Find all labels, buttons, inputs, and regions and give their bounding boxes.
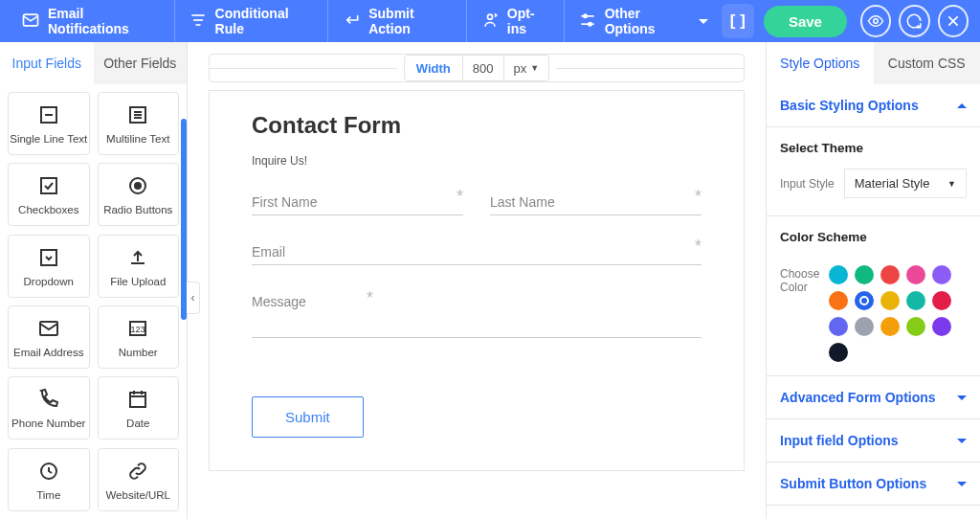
section-advanced-form[interactable]: Advanced Form Options [767, 376, 980, 419]
color-swatch[interactable] [880, 265, 900, 284]
field-card-link[interactable]: Website/URL [98, 448, 180, 511]
color-swatch[interactable] [829, 291, 848, 310]
section-title: Advanced Form Options [780, 390, 936, 405]
field-card-drop[interactable]: Dropdown [8, 235, 90, 298]
field-card-phone[interactable]: Phone Number [8, 376, 90, 440]
field-card-radio[interactable]: Radio Buttons [98, 163, 180, 226]
radio-icon [125, 173, 150, 198]
field-card-label: File Upload [110, 276, 166, 287]
field-card-time[interactable]: Time [8, 448, 90, 511]
topbar-conditional-rule[interactable]: Conditional Rule [175, 0, 329, 42]
tab-other-fields[interactable]: Other Fields [94, 42, 188, 84]
close-button[interactable] [938, 5, 969, 37]
sliders-icon [578, 11, 597, 33]
form-subtitle: Inquire Us! [252, 154, 702, 168]
field-card-label: Checkboxes [18, 204, 78, 215]
width-value[interactable]: 800 [463, 56, 504, 80]
color-swatch[interactable] [906, 317, 925, 336]
field-email[interactable]: Email * [252, 238, 702, 265]
color-swatch[interactable] [906, 291, 925, 310]
svg-point-6 [583, 14, 586, 17]
mail-icon [36, 316, 61, 341]
svg-text:123: 123 [131, 325, 145, 334]
color-swatch[interactable] [855, 265, 874, 284]
chevron-down-icon [957, 439, 967, 443]
chevron-down-icon [957, 395, 967, 400]
color-swatch[interactable] [829, 343, 848, 362]
field-card-check[interactable]: Checkboxes [8, 163, 90, 226]
color-swatch[interactable] [880, 317, 900, 336]
width-unit-label: px [514, 61, 527, 76]
last-name-input[interactable] [490, 189, 702, 215]
input-style-select[interactable]: Material Style ▼ [844, 169, 967, 198]
field-card-sline[interactable]: Single Line Text [8, 92, 90, 155]
topbar-submit-action[interactable]: Submit Action [328, 0, 467, 42]
width-unit-select[interactable]: px ▼ [504, 56, 549, 80]
color-swatch[interactable] [932, 317, 951, 336]
section-title: Basic Styling Options [780, 98, 919, 113]
chevron-down-icon [957, 482, 967, 486]
tab-style-options[interactable]: Style Options [767, 42, 874, 84]
link-icon [125, 459, 150, 484]
refresh-button[interactable] [899, 5, 929, 37]
topbar: Email Notifications Conditional Rule Sub… [0, 0, 980, 42]
field-card-label: Date [126, 417, 149, 429]
field-card-label: Website/URL [105, 489, 170, 501]
color-swatch[interactable] [855, 291, 874, 310]
field-message[interactable]: Message * [252, 288, 702, 341]
svg-rect-25 [130, 393, 145, 407]
tab-input-fields[interactable]: Input Fields [0, 42, 94, 84]
form-preview[interactable]: Contact Form Inquire Us! First Name * La… [209, 90, 745, 471]
section-input-field[interactable]: Input field Options [767, 419, 980, 463]
color-swatch[interactable] [932, 265, 951, 284]
color-swatch[interactable] [829, 317, 848, 336]
check-icon [36, 173, 61, 198]
color-swatch[interactable] [829, 265, 848, 284]
chevron-down-icon: ▼ [947, 179, 956, 189]
tab-custom-css[interactable]: Custom CSS [874, 42, 981, 84]
input-style-label: Input Style [780, 177, 835, 191]
section-title: Input field Options [780, 433, 899, 448]
topbar-opt-ins[interactable]: Opt-ins [467, 0, 565, 42]
required-icon: * [457, 187, 463, 207]
section-submit-button[interactable]: Submit Button Options [767, 463, 980, 506]
field-card-num[interactable]: 123Number [98, 305, 180, 369]
field-card-mail[interactable]: Email Address [8, 305, 90, 369]
field-first-name[interactable]: First Name * [252, 189, 463, 215]
email-input[interactable] [252, 238, 702, 265]
svg-point-4 [487, 14, 492, 19]
section-basic-styling[interactable]: Basic Styling Options [767, 84, 980, 127]
field-card-mline[interactable]: Multiline Text [98, 92, 180, 155]
collapse-left-sidebar[interactable]: ‹ [187, 282, 200, 314]
field-card-label: Single Line Text [10, 133, 87, 145]
section-title: Submit Button Options [780, 476, 926, 491]
color-swatch[interactable] [906, 265, 925, 284]
shortcode-button[interactable]: [ ] [722, 4, 754, 38]
svg-point-8 [588, 22, 590, 25]
save-button[interactable]: Save [764, 6, 847, 37]
chevron-down-icon [699, 19, 708, 24]
topbar-label: Opt-ins [507, 6, 550, 36]
width-control: Width 800 px ▼ [209, 54, 745, 82]
message-input[interactable] [252, 288, 702, 338]
basic-styling-body: Select Theme Input Style Material Style … [767, 127, 980, 376]
date-icon [125, 387, 150, 412]
field-card-label: Time [36, 489, 60, 501]
field-last-name[interactable]: Last Name * [490, 189, 702, 215]
preview-button[interactable] [860, 5, 891, 37]
field-card-upload[interactable]: File Upload [98, 235, 180, 298]
form-canvas: Width 800 px ▼ Contact Form Inquire Us! … [188, 42, 766, 519]
svg-rect-18 [41, 178, 56, 193]
required-icon: * [695, 237, 702, 257]
color-swatch[interactable] [932, 291, 951, 310]
form-submit-button[interactable]: Submit [252, 396, 364, 438]
color-swatch[interactable] [880, 291, 900, 310]
field-card-date[interactable]: Date [98, 376, 180, 440]
field-card-label: Multiline Text [106, 133, 169, 145]
topbar-email-notifications[interactable]: Email Notifications [8, 0, 175, 42]
required-icon: * [695, 187, 702, 207]
field-card-label: Radio Buttons [103, 204, 172, 215]
color-swatch[interactable] [855, 317, 874, 336]
first-name-input[interactable] [252, 189, 463, 215]
topbar-other-options[interactable]: Other Options [565, 0, 722, 42]
